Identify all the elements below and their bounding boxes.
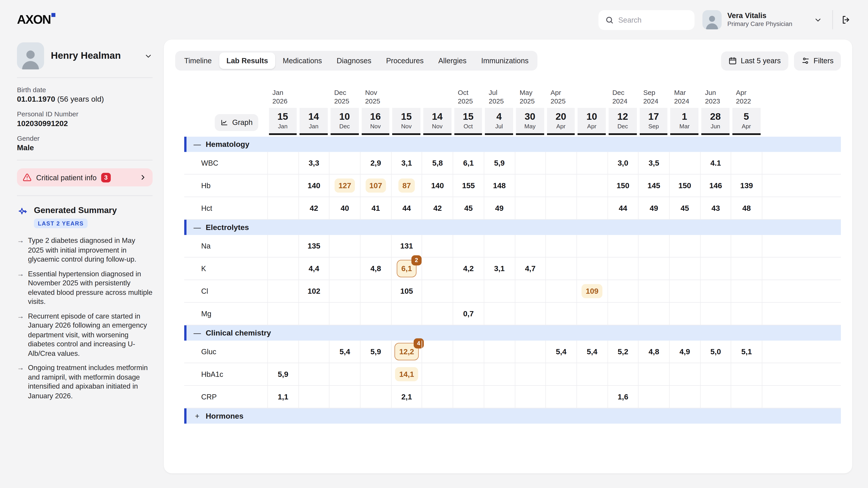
tab-timeline[interactable]: Timeline — [177, 53, 219, 69]
lab-value: 44 — [619, 204, 627, 213]
lab-value-cell[interactable]: 14,1 — [391, 363, 422, 385]
tab-lab-results[interactable]: Lab Results — [219, 53, 275, 69]
lab-value-cell: 2,1 — [391, 386, 422, 408]
tab-immunizations[interactable]: Immunizations — [474, 53, 536, 69]
lab-value-cell — [453, 363, 484, 385]
lab-value-cell[interactable]: 127 — [329, 175, 360, 197]
patient-avatar — [17, 42, 44, 70]
lab-value-cell — [329, 280, 360, 302]
tab-procedures[interactable]: Procedures — [379, 53, 431, 69]
lab-value-cell — [731, 363, 762, 385]
column-header-1-mar[interactable]: 1Mar — [671, 108, 699, 135]
lab-value-cell[interactable]: 6,12 — [391, 258, 422, 280]
chevron-down-icon — [144, 52, 153, 60]
lab-value-cell — [607, 363, 638, 385]
calendar-icon — [728, 57, 737, 65]
lab-value-cell — [669, 152, 700, 174]
app-root: AXON Vera Vitalis Primary Care Physician — [0, 0, 868, 488]
critical-count-badge: 3 — [101, 173, 111, 182]
section-band-electrolytes[interactable]: —Electrolytes — [184, 220, 841, 235]
column-header-15-jan[interactable]: 15Jan — [269, 108, 297, 135]
field-value: 102030991202 — [17, 119, 153, 128]
column-header-28-jun[interactable]: 28Jun — [702, 108, 730, 135]
lab-value: 5,4 — [587, 348, 597, 356]
flagged-value[interactable]: 87 — [399, 178, 415, 193]
flagged-value[interactable]: 107 — [366, 178, 386, 193]
tab-diagnoses[interactable]: Diagnoses — [329, 53, 379, 69]
column-header-14-nov[interactable]: 14Nov — [423, 108, 451, 135]
lab-value-cell — [298, 341, 329, 363]
flagged-value[interactable]: 109 — [582, 284, 602, 298]
lab-value-cell — [484, 341, 515, 363]
filters-button[interactable]: Filters — [794, 51, 841, 70]
lab-value-cell: 1,1 — [268, 386, 298, 408]
lab-value-cell: 5,0 — [700, 341, 731, 363]
column-header-16-nov[interactable]: 16Nov — [362, 108, 390, 135]
header-month: May — [524, 123, 536, 129]
patient-header[interactable]: Henry Healman — [17, 42, 153, 70]
flagged-value[interactable]: 127 — [335, 178, 355, 193]
column-header-5-apr[interactable]: 5Apr — [733, 108, 761, 135]
lab-value-cell: 48 — [731, 197, 762, 219]
lab-value: 5,9 — [494, 159, 505, 167]
column-group-label: Apr2022 — [731, 89, 762, 108]
user-menu[interactable]: Vera Vitalis Primary Care Physician — [703, 10, 822, 29]
table-row-na: Na135131 — [184, 235, 841, 258]
lab-value: 6,1 — [463, 159, 474, 167]
lab-value-cell[interactable]: 107 — [360, 175, 391, 197]
lab-value-cell: 49 — [638, 197, 669, 219]
column-header-10-dec[interactable]: 10Dec — [331, 108, 359, 135]
patient-field: Birth date01.01.1970 (56 years old) — [17, 86, 153, 103]
flagged-value[interactable]: 14,1 — [395, 367, 418, 381]
column-header-30-may[interactable]: 30May — [516, 108, 544, 135]
column-header-15-oct[interactable]: 15Oct — [454, 108, 482, 135]
column-header-4-jul[interactable]: 4Jul — [485, 108, 513, 135]
lab-value-cell: 4,8 — [638, 341, 669, 363]
lab-value-cell — [268, 303, 298, 325]
section-band-clinical-chemistry[interactable]: —Clinical chemistry — [184, 325, 841, 341]
flagged-value-card[interactable]: 6,12 — [397, 260, 416, 278]
section-band-hematology[interactable]: —Hematology — [184, 137, 841, 152]
minus-icon: — — [193, 329, 201, 337]
lab-value: 3,5 — [649, 159, 659, 167]
lab-value: 146 — [709, 182, 722, 190]
date-range-button[interactable]: Last 5 years — [721, 51, 788, 70]
section-name: Hematology — [206, 140, 249, 149]
header-day: 30 — [525, 112, 535, 122]
column-header-17-sep[interactable]: 17Sep — [640, 108, 668, 135]
header-month: Nov — [432, 123, 442, 129]
search-input[interactable] — [618, 15, 688, 24]
sidebar-divider — [17, 77, 153, 78]
column-group-label: Jun2023 — [700, 89, 731, 108]
lab-value-cell — [453, 235, 484, 257]
lab-value: 5,0 — [710, 348, 721, 356]
arrow-icon: → — [17, 269, 24, 306]
lab-value-cell[interactable]: 87 — [391, 175, 422, 197]
column-header-20-apr[interactable]: 20Apr — [547, 108, 575, 135]
header-month: Nov — [370, 123, 381, 129]
column-header-10-apr[interactable]: 10Apr — [578, 108, 606, 135]
logout-button[interactable] — [841, 15, 851, 25]
column-header-12-dec[interactable]: 12Dec — [609, 108, 637, 135]
lab-value-cell — [700, 258, 731, 280]
table-row-crp: CRP1,12,11,6 — [184, 386, 841, 409]
lab-value-cell[interactable]: 109 — [577, 280, 608, 302]
lab-value-cell: 43 — [700, 197, 731, 219]
lab-value-cell[interactable]: 12,24 — [391, 341, 422, 363]
flagged-value-card[interactable]: 12,24 — [395, 343, 418, 361]
section-band-hormones[interactable]: +Hormones — [184, 409, 841, 424]
critical-info-label: Critical patient info — [36, 173, 96, 182]
lab-value-cell — [515, 175, 546, 197]
tab-medications[interactable]: Medications — [275, 53, 329, 69]
graph-button[interactable]: Graph — [215, 114, 258, 131]
lab-value-cell — [669, 363, 700, 385]
column-group-label: Apr2025 — [546, 89, 577, 108]
header-day: 20 — [556, 112, 566, 122]
column-header-14-jan[interactable]: 14Jan — [300, 108, 328, 135]
critical-patient-info-banner[interactable]: Critical patient info 3 — [17, 168, 153, 186]
column-header-cell: 10Dec — [329, 108, 360, 137]
tab-allergies[interactable]: Allergies — [431, 53, 474, 69]
header-month: Mar — [680, 123, 690, 129]
lab-value-cell — [577, 175, 608, 197]
column-header-15-nov[interactable]: 15Nov — [393, 108, 421, 135]
